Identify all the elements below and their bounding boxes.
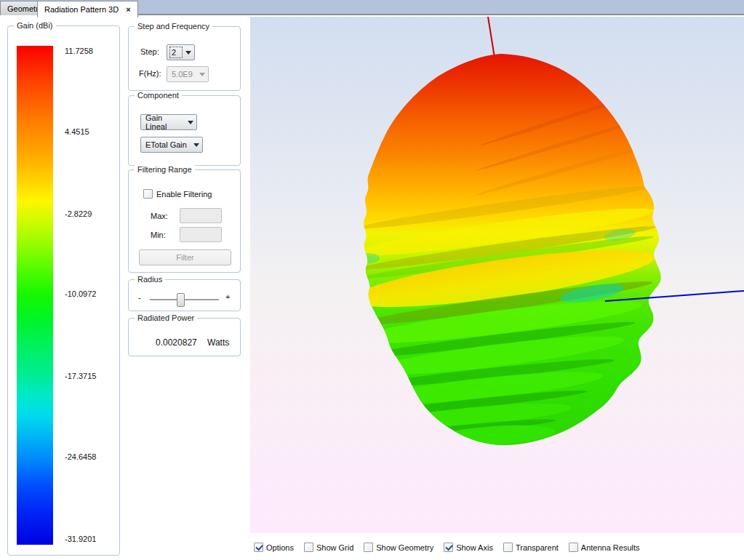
step-dropdown[interactable]: 2 [167, 44, 195, 60]
show-grid-checkbox[interactable] [304, 543, 313, 552]
gain-tick: 11.7258 [65, 47, 119, 56]
radiated-power-value: 0.0020827 [156, 337, 197, 348]
radiation-pattern-3d-viewport[interactable] [250, 17, 744, 533]
component-group: Component Gain Lineal ETotal Gain [128, 95, 241, 166]
filter-button[interactable]: Filter [139, 249, 231, 265]
step-frequency-title: Step and Frequency [135, 22, 212, 31]
component-title: Component [135, 91, 182, 100]
antenna-results-checkbox[interactable] [569, 543, 578, 552]
tab-radiation-pattern-3d[interactable]: Radiation Pattern 3D × [37, 1, 138, 17]
show-grid-label: Show Grid [316, 543, 353, 552]
gain-tick: -24.6458 [65, 452, 119, 462]
chevron-down-icon [188, 121, 193, 124]
radius-title: Radius [135, 275, 165, 284]
field-component-value: ETotal Gain [144, 140, 190, 150]
gain-panel-title: Gain (dBi) [14, 21, 56, 30]
step-dropdown-value: 2 [170, 47, 182, 57]
option-antenna-results[interactable]: Antenna Results [569, 543, 640, 552]
radiated-power-title: Radiated Power [135, 313, 197, 322]
gain-tick: 4.4515 [65, 127, 119, 137]
show-geometry-checkbox[interactable] [364, 543, 373, 552]
tab-strip: Geometry Radiation Pattern 3D × [0, 0, 744, 15]
tab-radiation-label: Radiation Pattern 3D [44, 5, 119, 14]
option-show-grid[interactable]: Show Grid [304, 543, 353, 552]
enable-filtering-checkbox[interactable] [143, 189, 153, 199]
options-checkbox[interactable] [254, 543, 263, 552]
option-transparent[interactable]: Transparent [503, 543, 559, 552]
gain-type-dropdown[interactable]: Gain Lineal [140, 114, 197, 130]
radiation-pattern-3d-plot [250, 17, 744, 533]
antenna-results-label: Antenna Results [581, 543, 640, 552]
min-input[interactable] [180, 227, 222, 242]
min-label: Min: [151, 231, 166, 239]
field-component-dropdown[interactable]: ETotal Gain [140, 137, 203, 153]
gain-panel: Gain (dBi) 11.7258 4.4515 -2.8229 -10.09… [7, 25, 120, 556]
chevron-down-icon [185, 51, 191, 55]
gain-tick: -2.8229 [65, 209, 119, 219]
radiated-power-unit: Watts [207, 337, 229, 348]
gain-colorbar [17, 46, 53, 545]
option-options[interactable]: Options [254, 543, 294, 552]
max-label: Max: [151, 212, 168, 220]
transparent-checkbox[interactable] [503, 543, 513, 552]
radius-minus-label: - [138, 293, 141, 302]
chevron-down-icon [199, 73, 205, 76]
option-show-geometry[interactable]: Show Geometry [364, 543, 433, 552]
freq-label: F(Hz): [139, 69, 161, 78]
enable-filtering-label: Enable Filtering [156, 190, 212, 199]
gain-tick: -31.9201 [65, 535, 119, 544]
step-frequency-group: Step and Frequency Step: 2 F(Hz): 5.0E9 [128, 26, 241, 91]
filtering-group: Filtering Range Enable Filtering Max: Mi… [128, 169, 241, 273]
show-axis-checkbox[interactable] [444, 543, 453, 552]
frequency-dropdown[interactable]: 5.0E9 [167, 66, 209, 82]
filtering-title: Filtering Range [135, 165, 195, 174]
option-show-axis[interactable]: Show Axis [444, 543, 493, 552]
transparent-label: Transparent [516, 543, 559, 552]
show-geometry-label: Show Geometry [376, 543, 433, 552]
radius-plus-label: + [225, 292, 230, 301]
radius-group: Radius - + [128, 279, 241, 311]
chevron-down-icon [193, 143, 199, 147]
gain-tick: -17.3715 [65, 372, 119, 381]
gain-tick: -10.0972 [65, 289, 119, 299]
gain-type-value: Gain Lineal [144, 113, 184, 132]
viewport-toolbar: Options Show Grid Show Geometry Show Axi… [254, 543, 640, 552]
step-label: Step: [140, 47, 159, 56]
radiated-power-group: Radiated Power 0.0020827 Watts [128, 318, 241, 356]
options-label: Options [266, 543, 294, 552]
radius-slider-handle[interactable] [177, 293, 185, 307]
show-axis-label: Show Axis [456, 543, 493, 552]
enable-filtering-option[interactable]: Enable Filtering [143, 189, 212, 199]
close-icon[interactable]: × [126, 6, 130, 13]
frequency-dropdown-value: 5.0E9 [170, 69, 196, 79]
max-input[interactable] [180, 208, 222, 223]
